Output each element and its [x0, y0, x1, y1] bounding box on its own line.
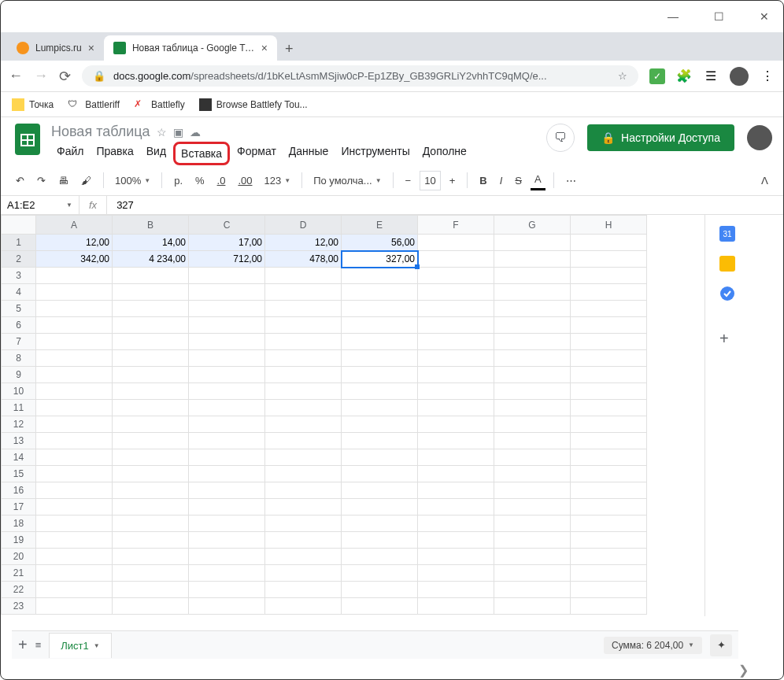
window-maximize[interactable]: ☐: [708, 6, 730, 28]
cell[interactable]: [265, 499, 342, 516]
cell[interactable]: [571, 367, 647, 383]
cell[interactable]: [494, 334, 571, 350]
window-close[interactable]: ✕: [753, 6, 775, 28]
cell[interactable]: [113, 598, 189, 615]
extension-check-icon[interactable]: ✓: [649, 68, 665, 84]
cell[interactable]: [189, 334, 265, 350]
cell[interactable]: [418, 549, 494, 565]
sheet-tab[interactable]: Лист1▼: [49, 633, 111, 658]
cell[interactable]: [189, 482, 265, 499]
column-header[interactable]: F: [418, 216, 494, 235]
cell[interactable]: [342, 598, 418, 615]
cell[interactable]: [189, 317, 265, 334]
cell[interactable]: [265, 549, 342, 565]
row-header[interactable]: 8: [2, 350, 36, 367]
share-button[interactable]: 🔒 Настройки Доступа: [587, 124, 734, 151]
add-addon-icon[interactable]: +: [719, 330, 735, 346]
cell[interactable]: [36, 350, 113, 367]
cell[interactable]: [571, 482, 647, 499]
cell[interactable]: [494, 383, 571, 400]
cell[interactable]: [494, 598, 571, 615]
cell[interactable]: [571, 350, 647, 367]
cell[interactable]: [36, 317, 113, 334]
cell[interactable]: [265, 284, 342, 301]
cell[interactable]: [342, 549, 418, 565]
window-minimize[interactable]: —: [662, 6, 684, 28]
strikethrough-button[interactable]: S: [511, 172, 526, 190]
spreadsheet-grid[interactable]: ABCDEFGH112,0014,0017,0012,0056,002342,0…: [1, 215, 704, 616]
cell[interactable]: [189, 516, 265, 532]
menu-инструменты[interactable]: Инструменты: [335, 142, 415, 165]
cell[interactable]: [189, 383, 265, 400]
cell[interactable]: [36, 449, 113, 466]
cell[interactable]: [571, 235, 647, 251]
cell[interactable]: [265, 268, 342, 284]
font-size-input[interactable]: 10: [420, 171, 440, 190]
cell[interactable]: [494, 251, 571, 268]
cell[interactable]: [36, 582, 113, 598]
cell[interactable]: [113, 549, 189, 565]
menu-вид[interactable]: Вид: [141, 142, 172, 165]
cell[interactable]: [36, 565, 113, 582]
cell[interactable]: [571, 383, 647, 400]
cell[interactable]: [571, 516, 647, 532]
cell[interactable]: [113, 416, 189, 433]
cell[interactable]: [113, 334, 189, 350]
cell[interactable]: [342, 582, 418, 598]
currency-button[interactable]: р.: [170, 172, 187, 190]
cell[interactable]: [189, 433, 265, 449]
cell[interactable]: [494, 284, 571, 301]
undo-icon[interactable]: ↶: [12, 172, 28, 190]
cell[interactable]: [36, 416, 113, 433]
cell[interactable]: [571, 268, 647, 284]
cell[interactable]: [418, 268, 494, 284]
cell[interactable]: [113, 449, 189, 466]
row-header[interactable]: 11: [2, 400, 36, 416]
menu-правка[interactable]: Правка: [91, 142, 139, 165]
cell[interactable]: [189, 268, 265, 284]
tasks-icon[interactable]: [719, 286, 735, 301]
cell[interactable]: [342, 482, 418, 499]
increase-decimal-button[interactable]: .00: [234, 172, 256, 190]
column-header[interactable]: B: [113, 216, 189, 235]
cell[interactable]: [265, 565, 342, 582]
cell[interactable]: [571, 565, 647, 582]
cell[interactable]: [494, 433, 571, 449]
cell[interactable]: [189, 598, 265, 615]
cell[interactable]: [418, 598, 494, 615]
row-header[interactable]: 17: [2, 499, 36, 516]
cell[interactable]: [189, 466, 265, 482]
print-icon[interactable]: 🖶: [54, 172, 72, 190]
cell[interactable]: [418, 350, 494, 367]
column-header[interactable]: E: [342, 216, 418, 235]
cell[interactable]: [571, 466, 647, 482]
row-header[interactable]: 10: [2, 383, 36, 400]
cell[interactable]: [36, 532, 113, 549]
cell[interactable]: [342, 400, 418, 416]
cell[interactable]: [494, 482, 571, 499]
cell[interactable]: [113, 268, 189, 284]
account-avatar[interactable]: [747, 125, 772, 150]
cell[interactable]: 327,00: [342, 251, 418, 268]
cell[interactable]: [36, 383, 113, 400]
column-header[interactable]: C: [189, 216, 265, 235]
cell[interactable]: [189, 549, 265, 565]
cell[interactable]: [571, 284, 647, 301]
cell[interactable]: [113, 350, 189, 367]
cell[interactable]: [418, 284, 494, 301]
decrease-decimal-button[interactable]: .0: [213, 172, 230, 190]
nav-forward-icon[interactable]: →: [34, 68, 48, 84]
cell[interactable]: [342, 516, 418, 532]
toolbar-more-icon[interactable]: ⋯: [562, 172, 580, 190]
cell[interactable]: [342, 350, 418, 367]
cell[interactable]: [494, 367, 571, 383]
cell[interactable]: [342, 466, 418, 482]
cell[interactable]: [265, 367, 342, 383]
cell[interactable]: 12,00: [265, 235, 342, 251]
cell[interactable]: [342, 565, 418, 582]
cell[interactable]: [571, 317, 647, 334]
cell[interactable]: [265, 449, 342, 466]
bookmark-item[interactable]: Точка: [12, 98, 54, 111]
bookmark-item[interactable]: 🛡Battleriff: [68, 98, 120, 111]
cell[interactable]: [113, 433, 189, 449]
